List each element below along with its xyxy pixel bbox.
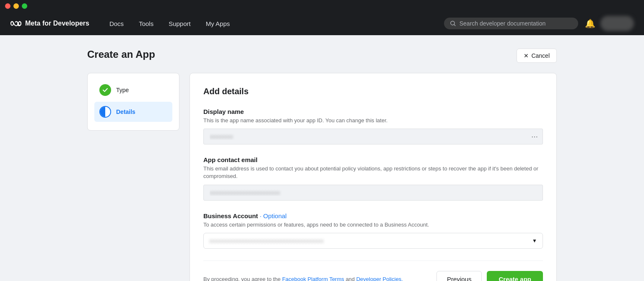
search-input[interactable] bbox=[460, 20, 572, 27]
step-type-icon bbox=[99, 84, 111, 96]
contact-email-input[interactable] bbox=[203, 185, 543, 201]
navbar-icons: 🔔 bbox=[585, 16, 634, 31]
search-icon bbox=[450, 20, 456, 27]
contact-email-section: App contact email This email address is … bbox=[203, 156, 543, 200]
display-name-desc: This is the app name associated with you… bbox=[203, 117, 543, 124]
form-footer: By proceeding, you agree to the Facebook… bbox=[203, 260, 543, 281]
display-name-input[interactable] bbox=[203, 129, 543, 144]
step-details-icon bbox=[99, 106, 111, 118]
footer-terms: By proceeding, you agree to the Facebook… bbox=[203, 276, 403, 281]
step-type[interactable]: Type bbox=[94, 80, 172, 100]
business-account-select-wrapper: ▼ xxxxxxxxxxxxxxxxxxxxxxxxxxxxxxxxxxxxxx… bbox=[203, 233, 543, 249]
step-type-label: Type bbox=[116, 87, 129, 93]
step-details-label: Details bbox=[116, 108, 135, 115]
nav-myapps[interactable]: My Apps bbox=[199, 17, 237, 31]
navbar-links: Docs Tools Support My Apps bbox=[103, 17, 444, 31]
display-name-input-wrapper: ⋯ bbox=[203, 129, 543, 144]
page-content: Create an App ✕ Cancel Type Details bbox=[70, 35, 574, 281]
cancel-label: Cancel bbox=[531, 52, 550, 59]
form-panel: Add details Display name This is the app… bbox=[190, 73, 557, 281]
navbar: Meta for Developers Docs Tools Support M… bbox=[0, 12, 644, 35]
svg-line-3 bbox=[454, 24, 455, 26]
cancel-button[interactable]: ✕ Cancel bbox=[517, 49, 557, 63]
bell-icon[interactable]: 🔔 bbox=[585, 18, 595, 28]
footer-actions: Previous Create app bbox=[436, 271, 543, 281]
input-options-icon: ⋯ bbox=[531, 133, 538, 141]
cancel-x-icon: ✕ bbox=[524, 52, 529, 59]
check-icon bbox=[102, 87, 109, 93]
maximize-button[interactable] bbox=[22, 3, 27, 9]
page-title: Create an App bbox=[87, 49, 155, 60]
wizard-steps: Type Details bbox=[87, 73, 179, 131]
minimize-button[interactable] bbox=[13, 3, 19, 9]
avatar bbox=[600, 16, 634, 31]
business-account-desc: To access certain permissions or feature… bbox=[203, 221, 543, 229]
form-title: Add details bbox=[203, 87, 543, 96]
brand-text: Meta for Developers bbox=[25, 20, 89, 27]
nav-tools[interactable]: Tools bbox=[132, 17, 160, 31]
titlebar bbox=[0, 0, 644, 12]
meta-logo-icon bbox=[10, 20, 22, 27]
create-app-button[interactable]: Create app bbox=[487, 271, 543, 281]
display-name-section: Display name This is the app name associ… bbox=[203, 108, 543, 144]
nav-docs[interactable]: Docs bbox=[103, 17, 130, 31]
business-account-section: Business Account · Optional To access ce… bbox=[203, 212, 543, 249]
nav-support[interactable]: Support bbox=[162, 17, 197, 31]
wizard-layout: Type Details Add details Display name Th… bbox=[87, 73, 557, 281]
brand-logo[interactable]: Meta for Developers bbox=[10, 20, 89, 27]
contact-email-desc: This email address is used to contact yo… bbox=[203, 165, 543, 180]
display-name-label: Display name bbox=[203, 108, 543, 115]
business-account-select[interactable] bbox=[203, 233, 543, 249]
contact-email-label: App contact email bbox=[203, 156, 543, 163]
developer-policies-link[interactable]: Developer Policies. bbox=[356, 276, 403, 281]
svg-point-0 bbox=[11, 22, 13, 26]
previous-button[interactable]: Previous bbox=[436, 271, 482, 281]
facebook-terms-link[interactable]: Facebook Platform Terms bbox=[282, 276, 344, 281]
page-header: Create an App ✕ Cancel bbox=[87, 49, 557, 63]
step-details[interactable]: Details bbox=[94, 102, 172, 122]
search-bar[interactable] bbox=[444, 18, 578, 29]
business-account-label: Business Account · Optional bbox=[203, 212, 543, 219]
close-button[interactable] bbox=[5, 3, 10, 9]
